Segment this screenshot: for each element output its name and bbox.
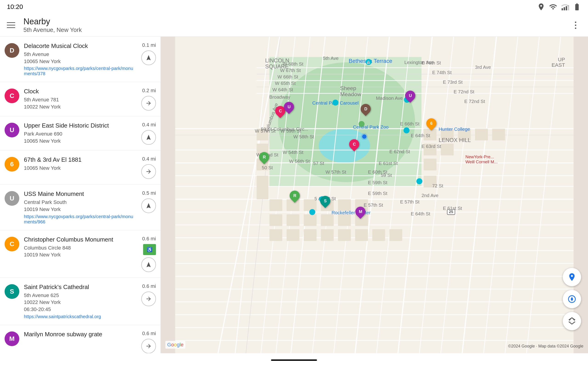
place-distance: 0.4 mi — [142, 156, 156, 162]
svg-rect-70 — [321, 214, 334, 226]
svg-rect-69 — [304, 214, 317, 226]
map-pin[interactable]: U — [405, 91, 415, 102]
svg-rect-68 — [287, 214, 300, 226]
svg-rect-73 — [269, 229, 282, 241]
svg-text:Weill Cornell M...: Weill Cornell M... — [465, 159, 498, 164]
nav-button[interactable] — [141, 292, 156, 306]
list-item[interactable]: U Upper East Side Historic District Park… — [0, 116, 161, 150]
svg-text:W 65th St: W 65th St — [275, 81, 296, 86]
compass-button[interactable] — [563, 290, 581, 308]
map-pin[interactable]: R — [290, 191, 300, 202]
svg-text:E 57th St: E 57th St — [363, 202, 383, 208]
place-address: 5th Avenue 78110022 New York — [24, 96, 137, 110]
place-name: Christopher Columbus Monument — [24, 236, 137, 244]
svg-text:Lexington Ave: Lexington Ave — [405, 60, 434, 65]
nav-button[interactable] — [141, 339, 156, 353]
list-item[interactable]: M Marilyn Monroe subway grate 0.6 mi — [0, 325, 161, 353]
map-pin[interactable]: 6 — [426, 118, 436, 130]
svg-text:E 64th St: E 64th St — [411, 211, 431, 216]
svg-point-144 — [309, 209, 315, 215]
list-item[interactable]: C Clock 5th Avenue 78110022 New York 0.2… — [0, 82, 161, 116]
list-item[interactable]: D Delacorte Musical Clock 5th Avenue1006… — [0, 37, 161, 82]
place-avatar: M — [5, 332, 19, 346]
place-name: 67th & 3rd Av El 1881 — [24, 156, 137, 164]
list-item[interactable]: 6 67th & 3rd Av El 1881 10065 New York 0… — [0, 150, 161, 185]
svg-text:W 59th St: W 59th St — [280, 128, 301, 133]
nav-button[interactable] — [141, 257, 156, 272]
svg-text:Sheep: Sheep — [340, 85, 356, 91]
place-url: https://www.nycgovparks.org/parks/centra… — [24, 66, 137, 76]
list-item[interactable]: U USS Maine Monument Central Park South1… — [0, 185, 161, 230]
svg-rect-54 — [424, 158, 436, 170]
main-content: D Delacorte Musical Clock 5th Avenue1006… — [0, 37, 588, 353]
place-distance: 0.2 mi — [142, 88, 156, 94]
svg-text:W 57th St: W 57th St — [326, 169, 346, 175]
map-pin[interactable]: M — [355, 207, 365, 219]
svg-rect-76 — [321, 229, 334, 241]
svg-text:EAST: EAST — [552, 62, 565, 68]
place-url: https://www.saintpatrickscathedral.org — [24, 314, 137, 319]
place-name: Marilyn Monroe subway grate — [24, 331, 137, 338]
place-address: Central Park South10019 New York — [24, 199, 137, 213]
svg-text:LENOX HILL: LENOX HILL — [439, 137, 471, 143]
place-address: 5th Avenue10065 New York — [24, 51, 137, 65]
nav-button[interactable] — [141, 164, 156, 179]
app-bar: Nearby 5th Avenue, New York — [0, 14, 588, 37]
list-item[interactable]: S Saint Patrick's Cathedral 5th Avenue 6… — [0, 278, 161, 325]
hamburger-menu-button[interactable] — [7, 20, 18, 31]
signal-icon — [561, 3, 569, 11]
home-indicator[interactable] — [271, 359, 317, 361]
place-distance: 0.1 mi — [142, 42, 156, 48]
layers-button[interactable] — [563, 312, 581, 330]
place-info: Christopher Columbus Monument Columbus C… — [24, 236, 137, 259]
wifi-full-icon — [549, 3, 557, 11]
svg-rect-67 — [269, 214, 282, 226]
svg-rect-51 — [257, 176, 268, 199]
place-right: 0.6 mi — [141, 331, 156, 353]
location-pin-button[interactable] — [563, 268, 581, 286]
svg-text:2nd Ave: 2nd Ave — [422, 193, 439, 198]
app-subtitle: 5th Avenue, New York — [23, 26, 565, 33]
svg-text:25: 25 — [449, 210, 453, 214]
overflow-menu-button[interactable] — [570, 20, 581, 31]
nav-button[interactable] — [141, 198, 156, 213]
status-bar: 10:20 — [0, 0, 588, 14]
svg-text:Meadow: Meadow — [340, 91, 361, 97]
place-info: Delacorte Musical Clock 5th Avenue10065 … — [24, 42, 137, 76]
place-address: 10065 New York — [24, 165, 137, 172]
map-pin[interactable]: D — [361, 104, 371, 116]
place-right: 0.4 mi — [141, 156, 156, 179]
map-pin[interactable]: S — [320, 196, 330, 208]
svg-rect-3 — [568, 5, 569, 10]
svg-rect-77 — [338, 229, 351, 241]
place-info: USS Maine Monument Central Park South100… — [24, 190, 137, 224]
svg-text:E 73rd St: E 73rd St — [443, 79, 463, 85]
map-pin[interactable]: C — [349, 139, 359, 151]
svg-point-139 — [332, 100, 338, 106]
svg-rect-2 — [566, 6, 567, 10]
svg-text:3rd Ave: 3rd Ave — [475, 65, 491, 70]
status-time: 10:20 — [7, 3, 23, 10]
place-name: Delacorte Musical Clock — [24, 42, 137, 50]
svg-text:E 63rd St: E 63rd St — [422, 144, 441, 149]
map-pin[interactable]: U — [284, 102, 294, 114]
nav-button[interactable] — [141, 96, 156, 110]
svg-text:Broadway: Broadway — [269, 94, 290, 100]
nav-button[interactable] — [141, 130, 156, 145]
map-pin[interactable]: R — [259, 152, 269, 164]
places-list: D Delacorte Musical Clock 5th Avenue1006… — [0, 37, 161, 353]
place-distance: 0.5 mi — [142, 190, 156, 196]
location-status-icon — [537, 3, 545, 11]
list-item[interactable]: C Christopher Columbus Monument Columbus… — [0, 230, 161, 278]
nav-button[interactable] — [141, 50, 156, 65]
map-area[interactable]: W 68th St W 67th St W 66th St W 65th St … — [161, 37, 588, 353]
google-logo: Google — [165, 341, 185, 349]
svg-text:E 59th St: E 59th St — [368, 191, 388, 196]
place-info: Clock 5th Avenue 78110022 New York — [24, 88, 137, 110]
place-name: USS Maine Monument — [24, 190, 137, 198]
place-right: 0.5 mi — [141, 190, 156, 213]
place-right: 0.1 mi — [141, 42, 156, 65]
svg-text:W 66th St: W 66th St — [277, 74, 298, 79]
svg-rect-74 — [287, 229, 300, 241]
map-controls — [563, 268, 581, 330]
